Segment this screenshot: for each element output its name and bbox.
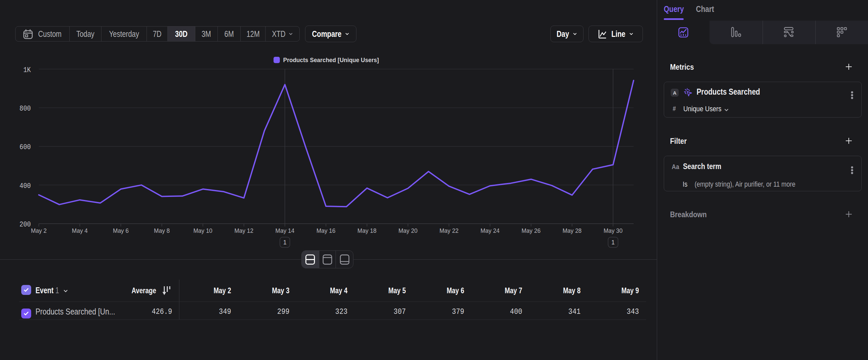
svg-text:600: 600: [20, 143, 31, 151]
svg-text:May 22: May 22: [440, 227, 459, 234]
svg-text:800: 800: [20, 104, 31, 113]
svg-text:200: 200: [20, 221, 31, 229]
svg-text:Products Searched [Unique User: Products Searched [Unique Users]: [283, 57, 379, 63]
svg-text:May 8: May 8: [154, 227, 170, 234]
svg-text:May 24: May 24: [480, 227, 500, 234]
svg-text:May 10: May 10: [193, 227, 213, 234]
svg-text:May 26: May 26: [522, 227, 540, 234]
svg-text:May 2: May 2: [31, 227, 47, 234]
svg-text:May 4: May 4: [72, 227, 88, 234]
svg-text:May 18: May 18: [358, 227, 376, 234]
svg-text:400: 400: [20, 182, 31, 190]
svg-text:May 20: May 20: [399, 227, 418, 234]
svg-text:May 16: May 16: [316, 227, 335, 234]
svg-text:May 14: May 14: [276, 227, 295, 234]
svg-text:1K: 1K: [23, 66, 31, 74]
svg-text:May 12: May 12: [235, 227, 253, 234]
svg-text:1: 1: [283, 239, 286, 246]
svg-text:May 30: May 30: [603, 227, 623, 234]
svg-text:1: 1: [611, 239, 615, 246]
svg-text:May 28: May 28: [563, 227, 582, 234]
svg-text:May 6: May 6: [113, 227, 129, 234]
